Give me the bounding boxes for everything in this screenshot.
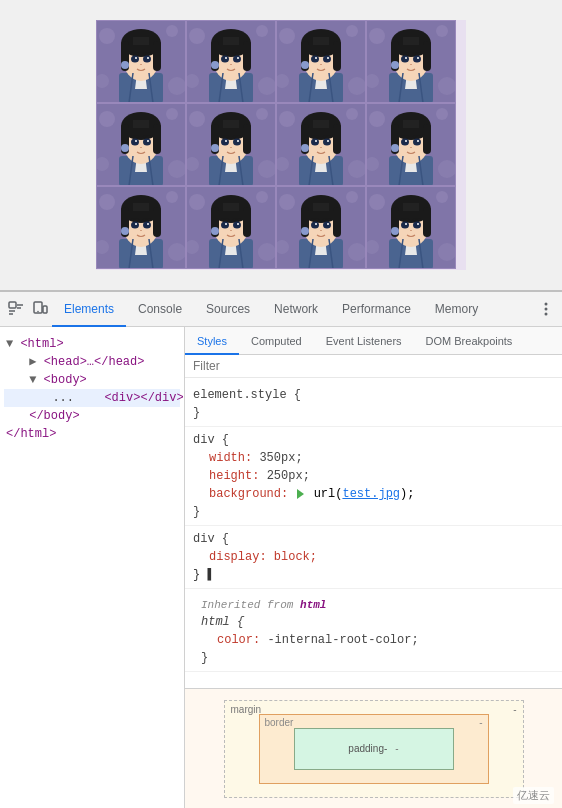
tab-network[interactable]: Network: [262, 292, 330, 327]
svg-rect-11: [133, 37, 149, 45]
styles-subtabs: Styles Computed Event Listeners DOM Brea…: [185, 327, 562, 355]
svg-point-97: [256, 108, 268, 120]
subtab-event-listeners[interactable]: Event Listeners: [314, 327, 414, 355]
devtools-panel: Elements Console Sources Network Perform…: [0, 290, 562, 808]
svg-point-166: [135, 223, 137, 225]
device-icon[interactable]: [30, 299, 50, 319]
svg-point-69: [401, 56, 409, 63]
dom-toggle-body[interactable]: ▼: [29, 373, 36, 387]
tile-cell: [276, 186, 366, 269]
svg-point-223: [405, 223, 407, 225]
inspector-icon[interactable]: [6, 299, 26, 319]
svg-point-192: [346, 191, 358, 203]
css-rules: element.style { } div { width: 350px;: [185, 378, 562, 688]
svg-rect-105: [243, 124, 251, 154]
styles-panel: Styles Computed Event Listeners DOM Brea…: [185, 327, 562, 808]
svg-point-88: [131, 139, 139, 146]
border-label: border: [265, 717, 294, 728]
svg-point-1: [99, 28, 115, 44]
css-rule-element-style: element.style { }: [185, 382, 562, 427]
test-jpg-link[interactable]: test.jpg: [342, 487, 400, 501]
webpage-content: // We'll render the tiles inline: [96, 20, 466, 270]
svg-point-77: [99, 111, 115, 127]
tab-performance[interactable]: Performance: [330, 292, 423, 327]
tile-cell: [366, 103, 456, 186]
dom-line-html-close: </html>: [4, 425, 180, 443]
svg-point-32: [233, 56, 241, 63]
subtab-dom-breakpoints[interactable]: DOM Breakpoints: [414, 327, 525, 355]
svg-point-164: [131, 222, 139, 229]
svg-rect-181: [243, 207, 251, 237]
dom-toggle-html[interactable]: ▼: [6, 337, 13, 351]
border-value: -: [479, 717, 482, 728]
svg-point-35: [211, 61, 219, 69]
svg-point-73: [391, 61, 399, 69]
margin-label: margin: [231, 704, 262, 715]
tile-cell: [96, 20, 186, 103]
svg-point-231: [37, 311, 39, 313]
svg-point-71: [405, 57, 407, 59]
svg-point-126: [311, 139, 319, 146]
svg-point-154: [166, 191, 178, 203]
svg-point-89: [143, 139, 151, 146]
subtab-styles[interactable]: Styles: [185, 327, 239, 355]
tile-cell: [96, 186, 186, 269]
svg-rect-182: [223, 203, 239, 211]
svg-rect-163: [133, 203, 149, 211]
svg-point-130: [301, 144, 309, 152]
background-image-preview[interactable]: [297, 489, 304, 499]
styles-filter-input[interactable]: [193, 359, 554, 373]
svg-point-146: [413, 139, 421, 146]
svg-point-205: [327, 223, 329, 225]
svg-point-31: [221, 56, 229, 63]
svg-point-108: [233, 139, 241, 146]
dom-line-div[interactable]: ... <div></div> == $0: [4, 389, 180, 407]
dom-line-body: ▼ <body>: [4, 371, 180, 389]
svg-rect-86: [153, 124, 161, 154]
box-model-container: margin - border - padding- -: [185, 689, 562, 808]
subtab-computed[interactable]: Computed: [239, 327, 314, 355]
svg-rect-106: [223, 120, 239, 128]
tab-elements[interactable]: Elements: [52, 292, 126, 327]
svg-rect-49: [313, 37, 329, 45]
svg-rect-87: [133, 120, 149, 128]
svg-point-2: [166, 25, 178, 37]
svg-point-72: [417, 57, 419, 59]
tab-console[interactable]: Console: [126, 292, 194, 327]
svg-point-70: [413, 56, 421, 63]
svg-point-165: [143, 222, 151, 229]
svg-point-173: [256, 191, 268, 203]
svg-point-224: [417, 223, 419, 225]
dom-toggle-head[interactable]: ▶: [29, 355, 36, 369]
browser-viewport: // We'll render the tiles inline: [0, 0, 562, 290]
svg-point-39: [279, 28, 295, 44]
css-rule-inherited: Inherited from html html { color: -inter…: [185, 589, 562, 672]
inherited-from-label: Inherited from html: [193, 593, 554, 613]
svg-point-149: [391, 144, 399, 152]
tile-cell: [276, 103, 366, 186]
inner-value: -: [395, 743, 398, 754]
svg-point-116: [346, 108, 358, 120]
svg-point-221: [401, 222, 409, 229]
svg-point-50: [311, 56, 319, 63]
styles-filter-bar: [185, 355, 562, 378]
svg-point-52: [315, 57, 317, 59]
svg-point-202: [311, 222, 319, 229]
svg-rect-144: [403, 120, 419, 128]
svg-rect-124: [333, 124, 341, 154]
svg-rect-143: [423, 124, 431, 154]
svg-point-134: [369, 111, 385, 127]
svg-point-21: [256, 25, 268, 37]
svg-point-20: [189, 28, 205, 44]
svg-point-15: [147, 57, 149, 59]
svg-point-211: [436, 191, 448, 203]
svg-rect-30: [223, 37, 239, 45]
more-tabs-icon[interactable]: [536, 299, 556, 319]
tab-memory[interactable]: Memory: [423, 292, 490, 327]
box-model-area: margin - border - padding- -: [185, 688, 562, 808]
svg-point-168: [121, 227, 129, 235]
svg-point-233: [545, 308, 548, 311]
svg-point-148: [417, 140, 419, 142]
svg-point-204: [315, 223, 317, 225]
tab-sources[interactable]: Sources: [194, 292, 262, 327]
